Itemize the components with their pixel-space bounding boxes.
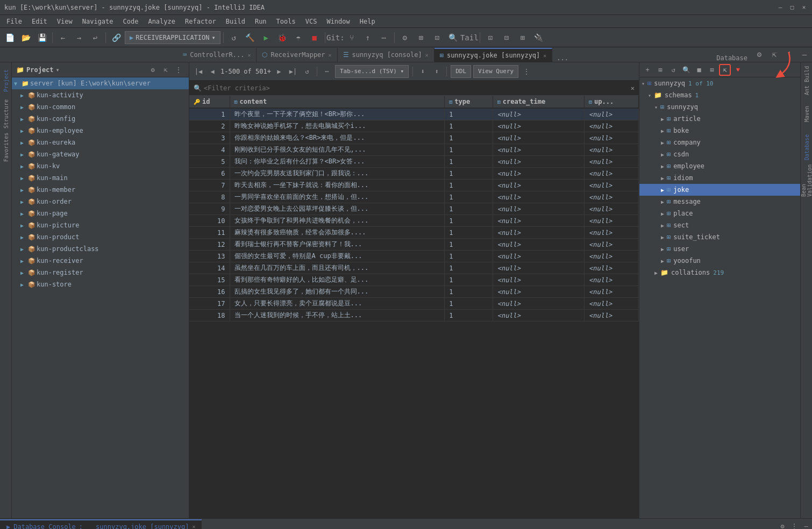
project-expand[interactable]: ⇱ <box>160 64 172 76</box>
toolbar-coverage[interactable]: ☂ <box>291 30 306 45</box>
tree-kun-store[interactable]: ▶ 📦 kun-store <box>12 278 189 290</box>
col-header-id[interactable]: 🔑id <box>189 96 230 108</box>
toolbar-debug[interactable]: 🐞 <box>275 30 290 45</box>
tree-kun-kv[interactable]: ▶ 📦 kun-kv <box>12 160 189 172</box>
toolbar-run-config[interactable]: ▶ RECEIVERAPPLICATION ▾ <box>125 31 220 44</box>
btn-import[interactable]: ⬆ <box>431 66 443 77</box>
table-row[interactable]: 10女孩终于争取到了和男神共进晚餐的机会，...1<null><null> <box>189 215 639 227</box>
tree-kun-receiver[interactable]: ▶ 📦 kun-receiver <box>12 255 189 267</box>
db-grid[interactable]: ⊞ <box>706 64 718 76</box>
table-row[interactable]: 2昨晚女神说她手机坏了，想去电脑城买个i...1<null><null> <box>189 120 639 132</box>
menu-help[interactable]: Help <box>355 17 380 26</box>
toolbar-back[interactable]: ← <box>55 30 70 45</box>
side-database[interactable]: Database <box>801 131 812 163</box>
db-table-csdn[interactable]: ▶ ⊞ csdn <box>639 148 800 160</box>
side-maven[interactable]: Maven <box>801 98 812 130</box>
data-table-container[interactable]: 🔑id ⊞content ⊞type ⊞create_time ⊞up... 1… <box>189 96 639 518</box>
project-settings[interactable]: ⚙ <box>147 64 159 76</box>
tree-kun-config[interactable]: ▶ 📦 kun-config <box>12 113 189 125</box>
tree-kun-member[interactable]: ▶ 📦 kun-member <box>12 184 189 196</box>
side-favorites[interactable]: Favorites <box>1 131 11 163</box>
btn-more2[interactable]: ⋮ <box>521 66 532 77</box>
close-btn[interactable]: ✕ <box>800 4 808 11</box>
tab-controller[interactable]: ⌨ ControllerR... ✕ <box>177 48 257 62</box>
menu-run[interactable]: Run <box>251 17 271 26</box>
col-header-content[interactable]: ⊞content <box>230 96 445 108</box>
tab-joke[interactable]: ⊞ sunnyzyq.joke [sunnyzyq] ✕ <box>435 48 553 62</box>
toolbar-git[interactable]: 🔗 <box>109 30 124 45</box>
menu-code[interactable]: Code <box>119 17 143 26</box>
tree-kun-register[interactable]: ▶ 📦 kun-register <box>12 267 189 278</box>
toolbar-stop[interactable]: ■ <box>307 30 322 45</box>
db-refresh[interactable]: ↺ <box>667 64 679 76</box>
col-header-up[interactable]: ⊞up... <box>584 96 638 108</box>
toolbar-layout[interactable]: ⊞ <box>414 30 429 45</box>
table-row[interactable]: 4刚刚收到已分手很久女友的短信几年不见,...1<null><null> <box>189 144 639 156</box>
btn-tsv[interactable]: Tab-se...d (TSV) ▾ <box>335 65 409 78</box>
db-table-place[interactable]: ▶ ⊞ place <box>639 208 800 219</box>
db-panel-menu[interactable]: ⋮ <box>782 47 797 62</box>
nav-reload[interactable]: ↺ <box>301 66 313 77</box>
col-header-create-time[interactable]: ⊞create_time <box>493 96 584 108</box>
tree-kun-activity[interactable]: ▶ 📦 kun-activity <box>12 89 189 101</box>
console-menu[interactable]: ⋮ <box>788 520 800 530</box>
db-panel-options[interactable]: ⚙ <box>752 47 767 62</box>
db-table-user[interactable]: ▶ ⊞ user <box>639 243 800 255</box>
nav-last[interactable]: ▶| <box>287 66 299 77</box>
table-row[interactable]: 3你跟相亲的姑娘来电么？<BR>来电，但是...1<null><null> <box>189 132 639 144</box>
menu-navigate[interactable]: Navigate <box>78 17 118 26</box>
db-copy[interactable]: ⊞ <box>654 64 666 76</box>
tree-kun-productclass[interactable]: ▶ 📦 kun-productclass <box>12 243 189 255</box>
db-minus[interactable]: ■ <box>693 64 705 76</box>
toolbar-panel1[interactable]: ⊡ <box>483 30 498 45</box>
tree-kun-eureka[interactable]: ▶ 📦 kun-eureka <box>12 137 189 148</box>
side-ant-build[interactable]: Ant Build <box>801 65 812 97</box>
toolbar-new[interactable]: 📄 <box>2 30 17 45</box>
menu-view[interactable]: View <box>53 17 77 26</box>
toolbar-fwd[interactable]: → <box>72 30 87 45</box>
tab-console[interactable]: ☰ sunnyzyq [console] ✕ <box>338 48 435 62</box>
toolbar-more1[interactable]: ⋯ <box>376 30 391 45</box>
table-row[interactable]: 15看到那些有奇特癖好的人，比如恋足癖、足...1<null><null> <box>189 274 639 286</box>
table-row[interactable]: 6一次约会完男朋友送我到家门口，跟我说：...1<null><null> <box>189 168 639 180</box>
toolbar-panel3[interactable]: ⊞ <box>515 30 530 45</box>
nav-next[interactable]: ▶ <box>273 66 285 77</box>
nav-more[interactable]: ⋯ <box>321 66 333 77</box>
table-row[interactable]: 9一对恋爱男女晚上去公园草坪促膝长谈，但...1<null><null> <box>189 203 639 215</box>
toolbar-run[interactable]: ▶ <box>259 30 274 45</box>
console-tab-joke[interactable]: sunnyzyq.joke [sunnyzyq] ✕ <box>89 519 202 530</box>
db-table-company[interactable]: ▶ ⊞ company <box>639 137 800 148</box>
btn-view-query[interactable]: View Query <box>473 65 518 78</box>
db-search2[interactable]: 🔍 <box>680 64 692 76</box>
toolbar-vcs-more[interactable]: ⊡ <box>430 30 445 45</box>
table-row[interactable]: 17女人，只要长得漂亮，卖个豆腐都说是豆...1<null><null> <box>189 298 639 310</box>
filter-input[interactable] <box>204 84 631 92</box>
menu-analyze[interactable]: Analyze <box>144 17 180 26</box>
table-row[interactable]: 12看到瑞士银行再不替客户保密资料了！我...1<null><null> <box>189 239 639 251</box>
db-table-message[interactable]: ▶ ⊞ message <box>639 196 800 208</box>
db-panel-expand[interactable]: ⇱ <box>767 47 782 62</box>
console-minimize[interactable]: — <box>800 520 812 530</box>
tab-close-controller[interactable]: ✕ <box>247 52 251 58</box>
tree-kun-order[interactable]: ▶ 📦 kun-order <box>12 196 189 208</box>
menu-window[interactable]: Window <box>322 17 354 26</box>
maximize-btn[interactable]: □ <box>788 4 796 11</box>
db-export2[interactable]: ⇱ <box>719 64 731 76</box>
toolbar-save[interactable]: 💾 <box>34 30 49 45</box>
db-table-joke[interactable]: ▶ ⊞ joke <box>639 184 800 196</box>
toolbar-tail[interactable]: Tail <box>462 30 477 45</box>
tab-close-console[interactable]: ✕ <box>425 52 429 58</box>
tree-kun-gateway[interactable]: ▶ 📦 kun-gateway <box>12 148 189 160</box>
toolbar-undo[interactable]: ↩ <box>88 30 103 45</box>
menu-refactor[interactable]: Refactor <box>181 17 220 26</box>
col-header-type[interactable]: ⊞type <box>445 96 493 108</box>
db-add[interactable]: + <box>642 64 653 76</box>
btn-export[interactable]: ⬇ <box>417 66 429 77</box>
menu-file[interactable]: File <box>2 17 26 26</box>
filter-clear[interactable]: ✕ <box>631 84 635 92</box>
tree-kun-main[interactable]: ▶ 📦 kun-main <box>12 172 189 184</box>
db-schema-sunnyzyq[interactable]: ▾ ⊞ sunnyzyq <box>639 101 800 113</box>
table-row[interactable]: 16乱搞的女生我见得多了，她们都有一个共同...1<null><null> <box>189 286 639 298</box>
db-table-sect[interactable]: ▶ ⊞ sect <box>639 219 800 231</box>
toolbar-panel2[interactable]: ⊟ <box>499 30 514 45</box>
